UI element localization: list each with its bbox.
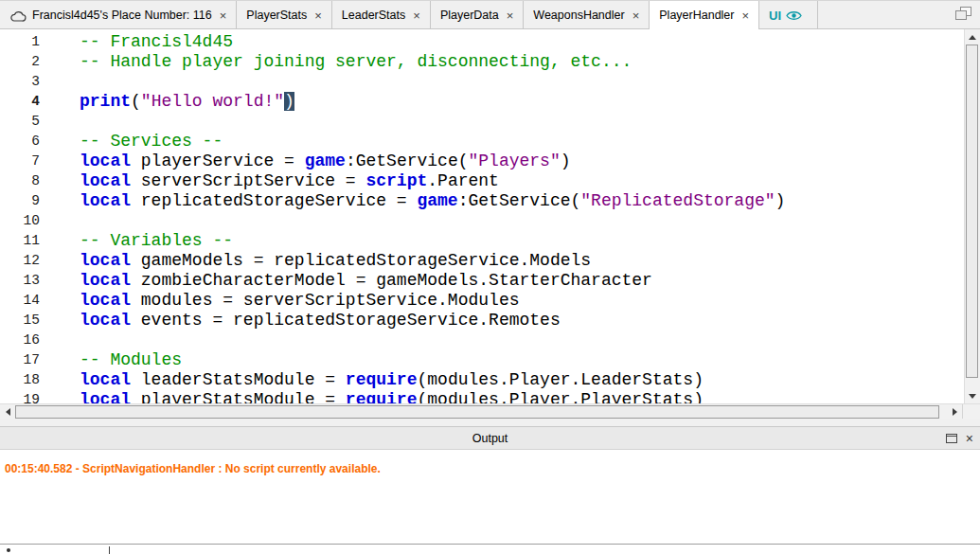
line-number: 3: [0, 72, 40, 92]
close-tab-icon[interactable]: ×: [633, 9, 640, 22]
tab-playerhandler[interactable]: PlayerHandler×: [650, 1, 759, 29]
scroll-up-button[interactable]: [965, 29, 980, 45]
tab-francisl4d45-s-place-number-116[interactable]: Francisl4d45's Place Number: 116×: [0, 1, 237, 29]
token-plain: serverScriptService =: [131, 171, 365, 190]
tab-leaderstats[interactable]: LeaderStats×: [332, 1, 431, 29]
scroll-right-button[interactable]: [947, 404, 962, 420]
close-tab-icon[interactable]: ×: [507, 9, 514, 22]
code-text: -- Modules: [40, 350, 182, 370]
line-number: 11: [0, 231, 40, 251]
line-number: 17: [0, 350, 40, 370]
close-tab-icon[interactable]: ×: [314, 9, 322, 22]
token-keyword: game: [305, 152, 346, 170]
code-text: [40, 211, 80, 231]
code-text: print("Hello world!"): [40, 92, 294, 112]
token-plain: playerStatsModule =: [131, 390, 346, 403]
code-text: [40, 112, 80, 132]
tab-label: LeaderStats: [342, 1, 405, 29]
code-text: -- Francisl4d45: [40, 32, 233, 52]
code-line-12[interactable]: 12local gameModels = replicatedStorageSe…: [0, 251, 964, 271]
close-tab-icon[interactable]: ×: [220, 9, 227, 22]
code-line-17[interactable]: 17-- Modules: [0, 350, 964, 370]
code-line-4[interactable]: 4print("Hello world!"): [0, 92, 964, 112]
code-line-7[interactable]: 7local playerService = game:GetService("…: [0, 152, 964, 171]
code-line-1[interactable]: 1-- Francisl4d45: [0, 32, 964, 52]
scroll-down-button[interactable]: [965, 388, 980, 403]
line-number: 16: [0, 331, 40, 350]
code-text: local replicatedStorageService = game:Ge…: [40, 191, 785, 211]
token-plain: playerService =: [131, 152, 305, 170]
line-number: 8: [0, 171, 40, 191]
line-number: 2: [0, 52, 40, 72]
code-line-9[interactable]: 9local replicatedStorageService = game:G…: [0, 191, 964, 211]
roblox-studio-script-view: Francisl4d45's Place Number: 116×PlayerS…: [0, 0, 980, 554]
token-comment: -- Francisl4d45: [80, 32, 233, 51]
code-line-10[interactable]: 10: [0, 211, 964, 231]
left-arrow-icon: [6, 408, 10, 416]
code-line-16[interactable]: 16: [0, 331, 964, 350]
code-text: [40, 72, 80, 92]
token-keyword: local: [80, 152, 131, 170]
close-tab-icon[interactable]: ×: [413, 9, 420, 22]
output-close-button[interactable]: ×: [966, 432, 973, 445]
token-hlparen: ): [284, 92, 294, 111]
command-bar-caret: [109, 546, 110, 554]
code-text: local zombieCharacterModel = gameModels.…: [40, 271, 652, 291]
ui-visibility-tab[interactable]: UI: [759, 1, 818, 29]
code-line-3[interactable]: 3: [0, 72, 964, 92]
tab-playerdata[interactable]: PlayerData×: [431, 1, 524, 29]
scroll-left-button[interactable]: [0, 404, 15, 420]
token-plain: gameModels = replicatedStorageService.Mo…: [131, 251, 591, 270]
code-line-11[interactable]: 11-- Variables --: [0, 231, 964, 251]
horizontal-scroll-track[interactable]: [15, 404, 947, 420]
tab-playerstats[interactable]: PlayerStats×: [237, 1, 332, 29]
token-string: "Players": [469, 152, 561, 170]
panel-splitter[interactable]: [0, 419, 980, 426]
scrollbar-corner: [962, 404, 980, 420]
code-line-19[interactable]: 19local playerStatsModule = require(modu…: [0, 390, 964, 403]
token-keyword: local: [80, 171, 131, 190]
code-line-2[interactable]: 2-- Handle player joining server, discon…: [0, 52, 964, 72]
editor-vertical-scrollbar[interactable]: [964, 29, 980, 403]
editor-horizontal-scrollbar[interactable]: [0, 403, 980, 419]
code-line-14[interactable]: 14local modules = serverScriptService.Mo…: [0, 291, 964, 311]
token-plain: leaderStatsModule =: [131, 370, 346, 389]
token-plain: modules = serverScriptService.Modules: [131, 291, 519, 310]
code-text: local playerStatsModule = require(module…: [40, 390, 704, 403]
code-line-6[interactable]: 6-- Services --: [0, 132, 964, 152]
token-keyword: local: [80, 311, 131, 330]
code-line-15[interactable]: 15local events = replicatedStorageServic…: [0, 311, 964, 331]
line-number: 4: [0, 92, 40, 112]
output-undock-button[interactable]: [946, 433, 957, 443]
horizontal-scroll-thumb[interactable]: [15, 405, 939, 419]
token-plain: ): [775, 191, 786, 210]
tab-weaponshandler[interactable]: WeaponsHandler×: [524, 1, 650, 29]
token-keyword: print: [80, 92, 131, 111]
token-plain: zombieCharacterModel = gameModels.Starte…: [131, 271, 652, 290]
token-keyword: local: [80, 390, 131, 403]
code-line-5[interactable]: 5: [0, 112, 964, 132]
command-bar-input[interactable]: [0, 544, 980, 554]
code-line-13[interactable]: 13local zombieCharacterModel = gameModel…: [0, 271, 964, 291]
token-comment: -- Services --: [80, 132, 223, 151]
token-plain: replicatedStorageService =: [131, 191, 417, 210]
code-text: local serverScriptService = script.Paren…: [40, 171, 499, 191]
code-text: local leaderStatsModule = require(module…: [40, 370, 704, 390]
vertical-scroll-thumb[interactable]: [966, 45, 978, 378]
float-window-button[interactable]: [946, 1, 980, 29]
code-text: local modules = serverScriptService.Modu…: [40, 291, 519, 311]
output-message: 00:15:40.582 - ScriptNavigationHandler :…: [5, 462, 975, 476]
close-tab-icon[interactable]: ×: [741, 9, 749, 22]
tab-label: PlayerHandler: [659, 1, 734, 29]
code-line-8[interactable]: 8local serverScriptService = script.Pare…: [0, 171, 964, 191]
command-bar-bullet-icon: [7, 548, 10, 552]
output-panel-header[interactable]: Output ×: [0, 426, 980, 450]
tab-label: WeaponsHandler: [533, 1, 624, 29]
token-keyword: script: [365, 171, 427, 190]
token-plain: (modules.Player.PlayerStats): [417, 390, 703, 403]
code-line-18[interactable]: 18local leaderStatsModule = require(modu…: [0, 370, 964, 390]
code-editor-content[interactable]: 1-- Francisl4d452-- Handle player joinin…: [0, 29, 964, 403]
code-text: [40, 331, 80, 350]
line-number: 9: [0, 191, 40, 211]
token-keyword: local: [80, 291, 131, 310]
